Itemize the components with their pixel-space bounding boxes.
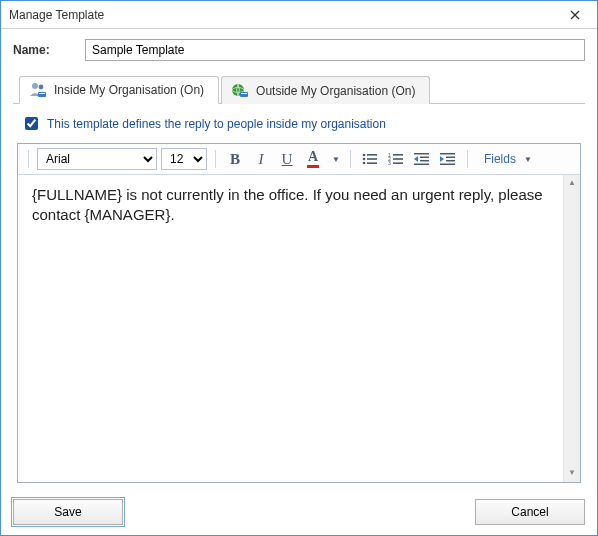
- svg-rect-19: [393, 158, 403, 160]
- svg-rect-22: [414, 153, 429, 155]
- svg-rect-9: [241, 93, 247, 94]
- close-icon: [570, 10, 580, 20]
- editor-text: {FULLNAME} is not currently in the offic…: [32, 185, 566, 226]
- svg-marker-26: [414, 156, 418, 162]
- svg-rect-4: [38, 92, 46, 97]
- bulleted-list-button[interactable]: [359, 148, 381, 170]
- bulleted-list-icon: [362, 152, 378, 166]
- svg-rect-21: [393, 162, 403, 164]
- cancel-button[interactable]: Cancel: [475, 499, 585, 525]
- outdent-button[interactable]: [411, 148, 433, 170]
- titlebar: Manage Template: [1, 1, 597, 29]
- people-icon: [28, 81, 48, 99]
- editor-toolbar: Arial 12 B I U A ▼: [18, 144, 580, 175]
- svg-rect-17: [393, 154, 403, 156]
- underline-button[interactable]: U: [276, 148, 298, 170]
- svg-rect-24: [420, 160, 429, 162]
- defines-reply-label: This template defines the reply to peopl…: [47, 117, 386, 131]
- tab-outside-org[interactable]: Outside My Organisation (On): [221, 76, 430, 104]
- svg-rect-5: [39, 93, 45, 94]
- svg-rect-30: [440, 164, 455, 166]
- close-button[interactable]: [559, 4, 591, 26]
- name-input[interactable]: [85, 39, 585, 61]
- font-family-select[interactable]: Arial: [37, 148, 157, 170]
- italic-button[interactable]: I: [250, 148, 272, 170]
- svg-rect-13: [367, 158, 377, 160]
- font-color-button[interactable]: A: [302, 148, 324, 170]
- svg-text:3: 3: [388, 160, 391, 166]
- scroll-down-icon: ▼: [564, 465, 580, 482]
- bold-button[interactable]: B: [224, 148, 246, 170]
- scroll-up-icon: ▲: [564, 175, 580, 192]
- svg-rect-25: [414, 164, 429, 166]
- save-button[interactable]: Save: [13, 499, 123, 525]
- numbered-list-button[interactable]: 1 2 3: [385, 148, 407, 170]
- svg-rect-15: [367, 162, 377, 164]
- tabs: Inside My Organisation (On) Outside My O…: [13, 75, 585, 104]
- chevron-down-icon: ▼: [522, 155, 534, 164]
- svg-point-12: [363, 158, 366, 161]
- svg-rect-11: [367, 154, 377, 156]
- tab-label: Outside My Organisation (On): [256, 84, 415, 98]
- indent-button[interactable]: [437, 148, 459, 170]
- svg-marker-31: [440, 156, 444, 162]
- svg-point-14: [363, 162, 366, 165]
- tab-label: Inside My Organisation (On): [54, 83, 204, 97]
- name-label: Name:: [13, 43, 75, 57]
- svg-point-10: [363, 154, 366, 157]
- indent-icon: [440, 152, 456, 166]
- font-color-dropdown[interactable]: ▼: [330, 155, 342, 164]
- globe-icon: [230, 82, 250, 100]
- rich-text-editor: Arial 12 B I U A ▼: [17, 143, 581, 483]
- defines-reply-checkbox[interactable]: [25, 117, 38, 130]
- svg-rect-8: [240, 92, 248, 97]
- numbered-list-icon: 1 2 3: [388, 152, 404, 166]
- fields-dropdown[interactable]: Fields ▼: [476, 148, 542, 170]
- svg-point-2: [32, 83, 38, 89]
- svg-rect-29: [446, 160, 455, 162]
- tab-inside-org[interactable]: Inside My Organisation (On): [19, 76, 219, 104]
- outdent-icon: [414, 152, 430, 166]
- font-size-select[interactable]: 12: [161, 148, 207, 170]
- svg-rect-28: [446, 157, 455, 159]
- vertical-scrollbar[interactable]: ▲ ▼: [563, 175, 580, 482]
- manage-template-dialog: Manage Template Name:: [0, 0, 598, 536]
- svg-rect-23: [420, 157, 429, 159]
- svg-rect-27: [440, 153, 455, 155]
- editor-body[interactable]: {FULLNAME} is not currently in the offic…: [18, 175, 580, 482]
- svg-point-3: [39, 85, 44, 90]
- window-title: Manage Template: [9, 8, 104, 22]
